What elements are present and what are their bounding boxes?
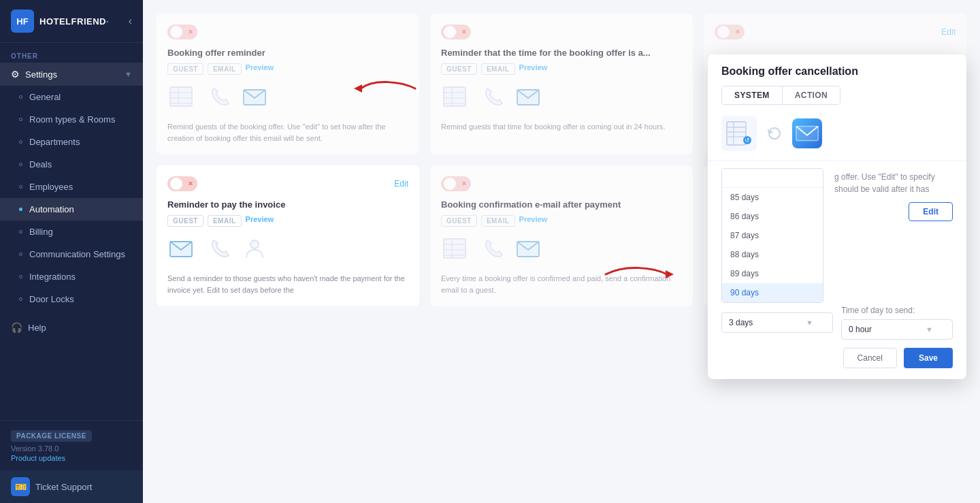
phone-icon [204, 235, 231, 265]
tag-row: GUEST EMAIL Preview [167, 215, 408, 227]
card-title: Booking confirmation e-mail after paymen… [441, 199, 682, 210]
email-icon [167, 235, 195, 265]
card-icons [441, 83, 682, 113]
dropdown-item-89[interactable]: 89 days [722, 264, 823, 283]
gear-icon: ⚙ [11, 69, 20, 80]
card-icons [167, 235, 408, 265]
toggle-booking-confirmation-payment[interactable]: ✕ [441, 176, 471, 191]
days-select[interactable]: 3 days ▼ [721, 312, 833, 333]
email-icon [514, 235, 542, 265]
dot-icon [19, 140, 22, 144]
tab-system[interactable]: SYSTEM [722, 86, 783, 104]
toggle-row: ✕ Edit [167, 176, 408, 191]
ticket-support-item[interactable]: 🎫 Ticket Support [0, 470, 143, 503]
dropdown-item-90[interactable]: 90 days [722, 283, 823, 302]
dot-icon [19, 118, 22, 121]
ticket-support-label: Ticket Support [35, 482, 92, 492]
dot-icon [19, 253, 22, 256]
tag-guest: GUEST [441, 215, 477, 227]
tag-guest: GUEST [441, 63, 477, 75]
dot-icon [19, 185, 22, 189]
sidebar-item-integrations[interactable]: Integrations [0, 265, 143, 288]
sidebar-item-departments[interactable]: Departments [0, 131, 143, 153]
sidebar-item-communication-settings[interactable]: Communication Settings [0, 243, 143, 265]
edit-link[interactable]: Edit [394, 179, 408, 189]
toggle-reminder-pay-invoice[interactable]: ✕ [167, 176, 197, 191]
sidebar-item-deals[interactable]: Deals [0, 153, 143, 176]
sidebar-item-label: Departments [29, 137, 80, 147]
ticket-icon: 🎫 [11, 477, 30, 496]
sidebar-item-room-types[interactable]: Room types & Rooms [0, 108, 143, 131]
popup-icons-row: ↺ [708, 116, 966, 161]
toggle-knob [444, 26, 456, 38]
sidebar-section-other: OTHER [0, 43, 143, 63]
tag-email: EMAIL [208, 63, 242, 75]
tag-row: GUEST EMAIL Preview [441, 63, 682, 75]
popup-email-icon [792, 118, 822, 148]
card-booking-confirmation-payment: ✕ Booking confirmation e-mail after paym… [430, 165, 693, 306]
sidebar-item-billing[interactable]: Billing [0, 221, 143, 243]
tag-guest: GUEST [167, 215, 203, 227]
sidebar-item-label: Integrations [29, 272, 76, 282]
toggle-booking-offer-reminder[interactable]: ✕ [167, 25, 197, 39]
dot-active-icon [19, 208, 22, 211]
sidebar-bottom: PACKAGE LICENSE Version 3.78.0 Product u… [0, 420, 143, 470]
dropdown-search-input[interactable] [728, 174, 823, 183]
dropdown-search-row: 🔍 [722, 169, 823, 188]
toggle-reminder-booking-time[interactable]: ✕ [441, 25, 471, 39]
popup-description: g offer. Use "Edit" to specify should be… [834, 161, 953, 202]
popup-right-content: g offer. Use "Edit" to specify should be… [823, 161, 953, 303]
sidebar-item-automation[interactable]: Automation [0, 198, 143, 221]
sidebar-item-door-locks[interactable]: Door Locks [0, 288, 143, 310]
preview-link[interactable]: Preview [519, 215, 548, 227]
person-icon [241, 235, 268, 265]
card-title: Booking offer reminder [167, 48, 408, 58]
tab-action[interactable]: ACTION [783, 86, 840, 104]
popup-edit-button[interactable]: Edit [909, 202, 953, 221]
popup-footer: Cancel Save [708, 340, 966, 379]
preview-link[interactable]: Preview [519, 63, 548, 75]
dropdown-item-85[interactable]: 85 days [722, 188, 823, 207]
sidebar-item-label: Help [28, 323, 46, 333]
dot-icon [19, 95, 22, 99]
table-icon [441, 235, 468, 265]
sidebar-item-general[interactable]: General [0, 86, 143, 108]
version-text: Version 3.78.0 [11, 444, 132, 453]
popup-table-icon: ↺ [721, 116, 757, 151]
sidebar-back-button[interactable]: ‹ [129, 15, 132, 27]
dropdown-days-list[interactable]: 🔍 85 days 86 days 87 days 88 days 89 day… [721, 168, 823, 303]
headset-icon: 🎧 [11, 322, 22, 333]
card-icons [167, 83, 408, 113]
time-of-day-section: 3 days ▼ Time of day to send: 0 hour ▼ [708, 303, 966, 340]
sidebar-item-employees[interactable]: Employees [0, 176, 143, 198]
dot-icon [19, 163, 22, 166]
days-select-container: 3 days ▼ [721, 312, 833, 333]
toggle-row: ✕ [167, 25, 408, 39]
dropdown-item-88[interactable]: 88 days [722, 245, 823, 264]
popup-save-button[interactable]: Save [904, 348, 953, 368]
card-reminder-pay-invoice: ✕ Edit Reminder to pay the invoice GUEST… [157, 165, 419, 306]
toggle-booking-offer-cancellation[interactable]: ✕ [715, 25, 745, 39]
toggle-knob [170, 26, 182, 38]
sidebar-item-settings[interactable]: ⚙ Settings ▼ [0, 63, 143, 86]
days-select-value: 3 days [729, 318, 753, 327]
toggle-knob [717, 26, 730, 38]
toggle-row: ✕ [441, 25, 682, 39]
card-description: Remind guests that time for booking offe… [441, 121, 682, 133]
product-updates-link[interactable]: Product updates [11, 454, 132, 462]
preview-link[interactable]: Preview [246, 63, 274, 75]
hour-select[interactable]: 0 hour ▼ [841, 319, 953, 340]
email-icon [241, 83, 268, 113]
dropdown-item-86[interactable]: 86 days [722, 207, 823, 226]
card-description: Every time a booking offer is confirmed … [441, 273, 682, 295]
sidebar-item-help[interactable]: 🎧 Help [0, 316, 143, 339]
dropdown-item-87[interactable]: 87 days [722, 226, 823, 245]
card-description: Send a reminder to those guests who have… [167, 273, 408, 295]
popup-cancel-button[interactable]: Cancel [843, 348, 897, 368]
card-title: Reminder to pay the invoice [167, 199, 408, 210]
edit-link[interactable]: Edit [941, 27, 956, 37]
svg-rect-22 [727, 122, 746, 145]
preview-link[interactable]: Preview [246, 215, 274, 227]
card-description: Remind guests of the booking offer. Use … [167, 121, 408, 144]
toggle-knob [170, 178, 182, 190]
